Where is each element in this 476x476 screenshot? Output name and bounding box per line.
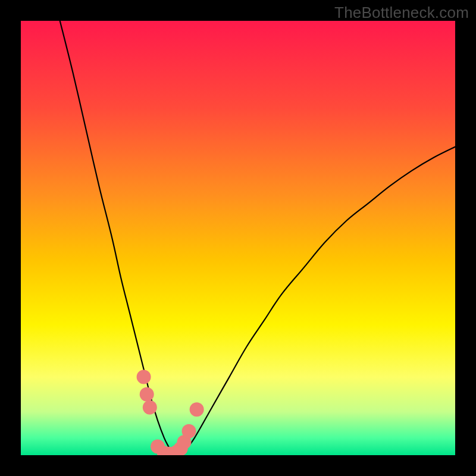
highlight-dot bbox=[140, 387, 154, 402]
highlight-dot bbox=[143, 400, 157, 415]
highlight-dot bbox=[137, 370, 151, 384]
highlight-dot bbox=[182, 424, 196, 439]
outer-frame: TheBottleneck.com bbox=[0, 0, 476, 476]
plot-area bbox=[21, 21, 455, 455]
bottleneck-curve bbox=[60, 21, 455, 455]
watermark-text: TheBottleneck.com bbox=[334, 4, 469, 22]
highlight-dots bbox=[137, 370, 204, 455]
highlight-dot bbox=[190, 402, 204, 416]
chart-svg bbox=[21, 21, 455, 455]
